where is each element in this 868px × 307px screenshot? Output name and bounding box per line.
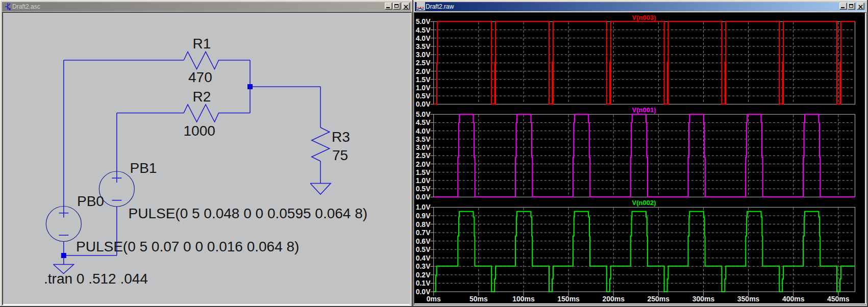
- svg-text:400ms: 400ms: [782, 295, 805, 303]
- svg-text:2.5V: 2.5V: [416, 59, 431, 67]
- svg-text:V(n001): V(n001): [632, 106, 656, 114]
- svg-text:1.0V: 1.0V: [416, 203, 431, 211]
- svg-text:3.5V: 3.5V: [416, 42, 431, 50]
- svg-text:300ms: 300ms: [692, 295, 715, 303]
- svg-text:2.5V: 2.5V: [416, 151, 431, 160]
- svg-text:0.2V: 0.2V: [416, 271, 431, 279]
- svg-text:0.5V: 0.5V: [416, 185, 431, 193]
- svg-text:0.7V: 0.7V: [416, 228, 431, 237]
- svg-text:100ms: 100ms: [512, 295, 535, 303]
- svg-text:0.4V: 0.4V: [416, 254, 431, 262]
- svg-text:0.0V: 0.0V: [416, 193, 431, 201]
- svg-text:5.0V: 5.0V: [416, 110, 431, 118]
- svg-text:0.9V: 0.9V: [416, 212, 431, 220]
- svg-text:4.0V: 4.0V: [416, 127, 431, 135]
- svg-text:4.5V: 4.5V: [416, 26, 431, 34]
- svg-text:3.0V: 3.0V: [416, 143, 431, 151]
- svg-text:0.3V: 0.3V: [416, 262, 431, 270]
- svg-text:2.0V: 2.0V: [416, 67, 431, 75]
- svg-text:3.0V: 3.0V: [416, 50, 431, 59]
- svg-text:0.1V: 0.1V: [416, 279, 431, 287]
- svg-text:250ms: 250ms: [648, 295, 670, 303]
- svg-text:450ms: 450ms: [827, 295, 850, 303]
- svg-text:V(n002): V(n002): [632, 199, 656, 207]
- svg-text:4.0V: 4.0V: [416, 34, 431, 42]
- svg-text:2.0V: 2.0V: [416, 160, 431, 168]
- svg-text:50ms: 50ms: [469, 295, 488, 303]
- svg-text:150ms: 150ms: [557, 295, 580, 303]
- svg-text:1.0V: 1.0V: [416, 84, 431, 92]
- svg-text:3.5V: 3.5V: [416, 135, 431, 143]
- svg-text:0.6V: 0.6V: [416, 237, 431, 245]
- svg-text:0.8V: 0.8V: [416, 220, 431, 228]
- svg-text:1.5V: 1.5V: [416, 168, 431, 176]
- svg-text:0.5V: 0.5V: [416, 92, 431, 100]
- svg-text:5.0V: 5.0V: [416, 17, 431, 25]
- svg-text:0.5V: 0.5V: [416, 245, 431, 253]
- svg-text:0.0V: 0.0V: [416, 100, 431, 108]
- svg-text:V(n003): V(n003): [632, 14, 656, 21]
- svg-text:350ms: 350ms: [737, 295, 760, 303]
- svg-text:200ms: 200ms: [602, 295, 625, 303]
- svg-text:0ms: 0ms: [427, 295, 441, 303]
- svg-text:1.0V: 1.0V: [416, 176, 431, 185]
- svg-text:1.5V: 1.5V: [416, 75, 431, 84]
- svg-text:4.5V: 4.5V: [416, 118, 431, 126]
